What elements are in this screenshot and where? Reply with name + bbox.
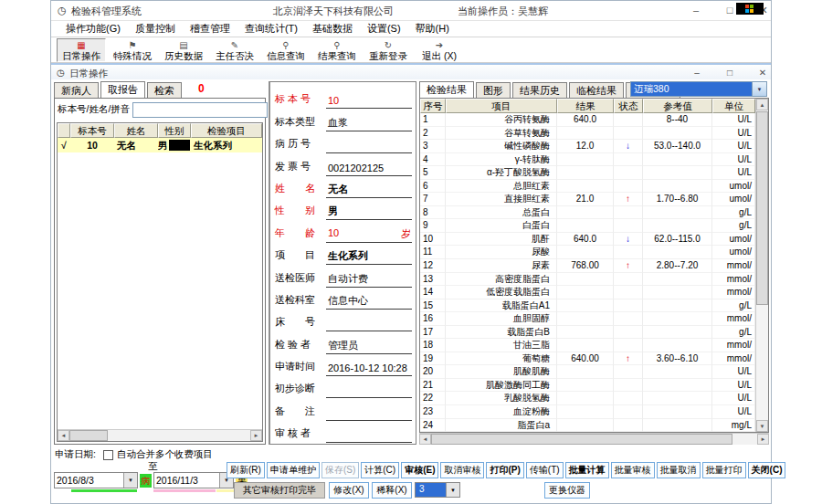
menu-item[interactable]: 基础数据 [305, 21, 360, 37]
result-row[interactable]: 13高密度脂蛋白mmol/ [420, 273, 755, 287]
form-field-value[interactable]: 男 [326, 205, 412, 220]
date-from-picker[interactable]: 2016/8/3 ▼ [54, 472, 138, 488]
result-row[interactable]: 1谷丙转氨酶640.08--40U/L [420, 113, 755, 127]
scroll-right-icon[interactable]: ► [757, 434, 769, 445]
sample-list-hscrollbar[interactable]: ◄ ► [58, 429, 262, 441]
result-row[interactable]: 12尿素768.00↑2.80--7.20mmol/ [420, 259, 755, 273]
form-field-value[interactable] [326, 429, 412, 443]
results-header-cell[interactable]: 项目 [446, 99, 557, 113]
scroll-thumb[interactable] [756, 111, 768, 305]
dilute-button[interactable]: 稀释(X) [372, 482, 412, 499]
form-field-value[interactable]: 无名 [326, 183, 412, 198]
result-row[interactable]: 24脂蛋白amg/L [420, 419, 755, 432]
scroll-up-icon[interactable]: ▲ [756, 99, 768, 110]
toolbar-button[interactable]: ▦日常操作 [57, 38, 106, 62]
results-header-cell[interactable]: 序号 [420, 99, 446, 113]
list-header-cell[interactable]: 性别 [158, 123, 191, 138]
form-field-value[interactable]: 生化系列 [326, 249, 412, 265]
scroll-left-icon[interactable]: ◄ [58, 430, 69, 441]
table-row[interactable]: √10无名男生化系列 [58, 138, 262, 152]
restore-icon[interactable]: □ [722, 4, 737, 17]
form-field-value[interactable]: 信息中心 [326, 294, 412, 310]
results-header-cell[interactable]: 参考值 [643, 99, 712, 113]
result-row[interactable]: 10肌酐640.0↓62.0--115.0umol/ [420, 233, 755, 247]
toolbar-button[interactable]: ⚲信息查询 [261, 38, 311, 62]
result-row[interactable]: 23血淀粉酶U/L [420, 405, 755, 419]
auto-merge-checkbox[interactable] [103, 450, 113, 460]
toolbar-button[interactable]: ➔退出 (X) [415, 38, 464, 62]
form-field-value[interactable]: 2016-10-12 10:28 [326, 362, 412, 376]
result-row[interactable]: 6总胆红素umol/ [420, 180, 755, 194]
modify-button[interactable]: 修改(X) [329, 482, 369, 499]
menu-item[interactable]: 设置(S) [360, 21, 408, 37]
left-tab[interactable]: 取报告 [100, 81, 145, 100]
results-tab[interactable]: 检验结果 [419, 81, 474, 100]
form-field-value[interactable] [326, 318, 412, 331]
list-header-cell[interactable]: 检验项目 [191, 123, 262, 138]
instrument-select[interactable]: 迈瑞380 ▼ [630, 81, 767, 97]
minimize-icon[interactable]: – [689, 4, 703, 17]
action-button[interactable]: 传输(T) [526, 462, 564, 478]
action-button[interactable]: 打印(P) [486, 462, 523, 478]
menu-item[interactable]: 稽查管理 [183, 21, 237, 37]
result-row[interactable]: 5α-羟丁酸脱氢酶U/L [420, 166, 755, 180]
form-field-value[interactable] [326, 140, 412, 153]
toolbar-button[interactable]: ⚑特殊情况 [108, 38, 157, 62]
result-row[interactable]: 18甘油三脂mmol/ [420, 339, 755, 352]
search-input[interactable] [132, 102, 268, 118]
action-button[interactable]: 批量取消 [657, 462, 701, 478]
result-row[interactable]: 21肌酸激酶同工酶U/L [420, 379, 755, 393]
result-row[interactable]: 15载脂蛋白A1g/L [420, 299, 755, 313]
action-button[interactable]: 申请单维护 [267, 462, 320, 478]
child-minimize-icon[interactable]: – [690, 67, 703, 79]
child-restore-icon[interactable]: □ [723, 67, 736, 79]
form-field-value[interactable] [326, 407, 412, 421]
result-row[interactable]: 22乳酸脱氢酶U/L [420, 392, 755, 405]
date-to-picker[interactable]: 2016/11/3 ▼ [153, 472, 234, 488]
scroll-left-icon[interactable]: ◄ [419, 434, 431, 445]
result-row[interactable]: 17载脂蛋白Bg/L [420, 326, 755, 340]
results-vscrollbar[interactable]: ▲ ▼ [755, 99, 768, 432]
form-field-value[interactable]: 血浆 [326, 116, 412, 131]
toolbar-button[interactable]: ↻重新登录 [364, 38, 413, 62]
toolbar-button[interactable]: ✎主任否决 [210, 38, 259, 62]
result-row[interactable]: 8总蛋白g/L [420, 206, 755, 220]
dilute-factor-select[interactable]: 3 ▼ [415, 482, 460, 498]
results-hscrollbar[interactable]: ◄ ► [419, 433, 769, 445]
result-row[interactable]: 16血胆固醇mmol/ [420, 312, 755, 326]
result-row[interactable]: 11尿酸umol/ [420, 246, 755, 259]
result-row[interactable]: 20肌酸肌酶U/L [420, 365, 755, 379]
change-instrument-button[interactable]: 更换仪器 [544, 482, 590, 499]
scroll-thumb[interactable] [69, 430, 108, 441]
form-field-value[interactable]: 0021202125 [326, 163, 412, 176]
action-button[interactable]: 批量计算 [565, 462, 609, 478]
list-header-cell[interactable]: 标本号 [70, 123, 114, 138]
action-button[interactable]: 关闭(C) [748, 462, 786, 478]
form-field-value[interactable]: 10 [326, 95, 412, 109]
results-header-cell[interactable]: 单位 [712, 99, 755, 113]
result-row[interactable]: 9白蛋白g/L [420, 219, 755, 233]
action-button[interactable]: 计算(C) [361, 462, 399, 478]
chevron-down-icon[interactable]: ▼ [123, 473, 137, 488]
toolbar-button[interactable]: ▤历史数据 [159, 38, 208, 62]
menu-item[interactable]: 操作功能(G) [58, 21, 128, 37]
result-row[interactable]: 19葡萄糖640.00↑3.60--6.10mmol/ [420, 352, 755, 366]
form-field-value[interactable] [326, 384, 412, 398]
list-header-cell[interactable]: 姓名 [114, 123, 158, 138]
scroll-thumb[interactable] [431, 434, 732, 445]
result-row[interactable]: 4γ-转肽酶U/L [420, 153, 755, 167]
action-button[interactable]: 取消审核 [440, 462, 484, 478]
results-header-cell[interactable]: 结果 [557, 99, 614, 113]
results-header-cell[interactable]: 状态 [614, 99, 643, 113]
child-close-icon[interactable]: ✕ [756, 67, 769, 79]
form-field-value[interactable]: 10岁 [326, 227, 412, 243]
result-row[interactable]: 7直接胆红素21.0↑1.70--6.80umol/ [420, 193, 755, 206]
scroll-right-icon[interactable]: ► [250, 430, 262, 441]
action-button[interactable]: 刷新(R) [227, 462, 265, 478]
action-button[interactable]: 批量审核 [611, 462, 655, 478]
action-button[interactable]: 审核(E) [401, 462, 438, 478]
form-field-value[interactable]: 管理员 [326, 339, 412, 354]
scroll-down-icon[interactable]: ▼ [756, 420, 768, 432]
result-row[interactable]: 14低密度载脂蛋白mmol/ [420, 286, 755, 299]
result-row[interactable]: 2谷草转氨酶U/L [420, 127, 755, 141]
